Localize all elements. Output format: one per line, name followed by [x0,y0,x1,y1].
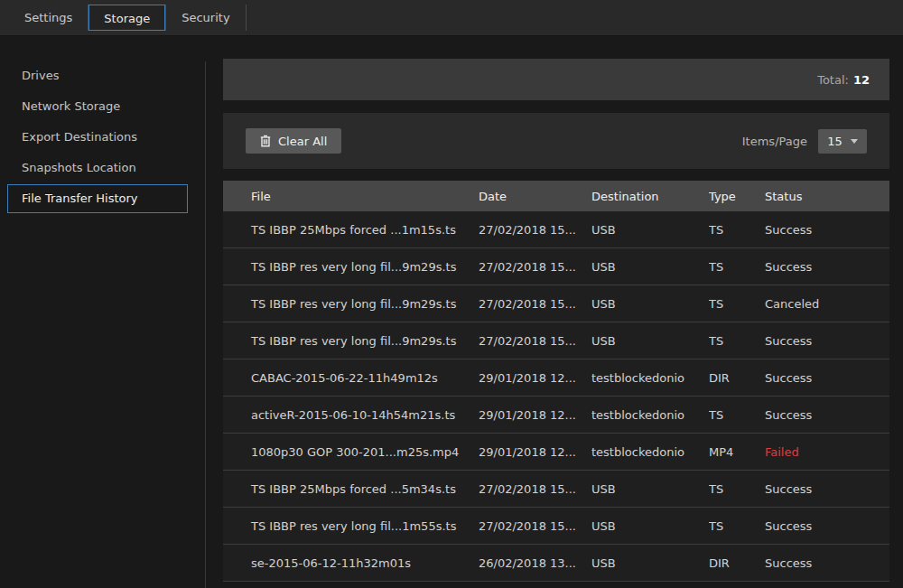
top-tab-bar: Settings Storage Security [0,0,903,36]
cell-date: 27/02/2018 15... [479,223,591,237]
table-row[interactable]: TS IBBP 25Mbps forced ...5m34s.ts 27/02/… [223,471,889,508]
column-header-date: Date [479,190,591,203]
cell-date: 26/02/2018 13... [479,556,591,570]
clear-all-button[interactable]: Clear All [246,128,341,154]
cell-file: se-2015-06-12-11h32m01s [223,556,479,570]
chevron-down-icon [851,139,858,144]
total-value: 12 [853,73,870,87]
items-per-page-dropdown[interactable]: 15 [818,129,867,154]
sidebar-item-snapshots-location[interactable]: Snapshots Location [0,153,206,183]
cell-date: 29/01/2018 12... [479,371,591,385]
cell-type: TS [709,519,765,533]
column-header-status: Status [765,190,889,203]
cell-destination: USB [591,334,709,348]
cell-type: MP4 [709,445,765,459]
table-row[interactable]: TS IBBP res very long fil...9m29s.ts 27/… [223,322,889,359]
table-row[interactable]: CABAC-2015-06-22-11h49m12s 29/01/2018 12… [223,359,889,397]
column-header-type: Type [709,190,765,203]
cell-status: Failed [765,445,889,459]
cell-status: Success [765,223,889,237]
cell-date: 29/01/2018 12... [479,445,591,459]
toolbar: Clear All Items/Page 15 [223,113,889,169]
sidebar-item-file-transfer-history[interactable]: File Transfer History [7,184,188,213]
cell-date: 27/02/2018 15... [479,260,591,274]
tab-settings[interactable]: Settings [9,5,88,31]
sidebar-divider [205,61,206,588]
table-header: File Date Destination Type Status [223,181,889,211]
items-per-page-label: Items/Page [742,135,807,148]
cell-type: DIR [709,371,765,385]
cell-destination: testblockedonio [591,408,709,422]
cell-destination: USB [591,260,709,274]
cell-destination: USB [591,556,709,570]
table-row[interactable]: 1080p30 GOP 300-201...m25s.mp4 29/01/201… [223,434,889,471]
table-row[interactable]: TS IBBP 25Mbps forced ...1m15s.ts 27/02/… [223,211,889,248]
cell-type: TS [709,223,765,237]
tab-security[interactable]: Security [166,5,245,31]
cell-file: TS IBBP res very long fil...9m29s.ts [223,260,479,274]
cell-destination: USB [591,482,709,496]
cell-file: 1080p30 GOP 300-201...m25s.mp4 [223,445,479,459]
table-body: TS IBBP 25Mbps forced ...1m15s.ts 27/02/… [223,211,889,582]
cell-type: TS [709,297,765,311]
clear-all-label: Clear All [278,135,327,148]
table-row[interactable]: TS IBBP res very long fil...9m29s.ts 27/… [223,285,889,322]
cell-file: TS IBBP 25Mbps forced ...1m15s.ts [223,223,479,237]
tab-separator [246,5,247,31]
cell-status: Success [765,556,889,570]
cell-type: TS [709,482,765,496]
cell-date: 29/01/2018 12... [479,408,591,422]
cell-status: Success [765,519,889,533]
cell-status: Success [765,260,889,274]
cell-status: Success [765,482,889,496]
sidebar: Drives Network Storage Export Destinatio… [0,37,206,588]
table-row[interactable]: activeR-2015-06-10-14h54m21s.ts 29/01/20… [223,397,889,434]
cell-date: 27/02/2018 15... [479,519,591,533]
cell-status: Canceled [765,297,889,311]
cell-date: 27/02/2018 15... [479,482,591,496]
cell-file: TS IBBP res very long fil...9m29s.ts [223,334,479,348]
cell-status: Success [765,408,889,422]
cell-file: TS IBBP 25Mbps forced ...5m34s.ts [223,482,479,496]
trash-icon [260,135,271,147]
cell-destination: testblockedonio [591,371,709,385]
cell-file: CABAC-2015-06-22-11h49m12s [223,371,479,385]
total-label: Total: [817,73,849,87]
table-row[interactable]: TS IBBP res very long fil...1m55s.ts 27/… [223,508,889,545]
cell-destination: USB [591,519,709,533]
total-bar: Total: 12 [223,59,889,100]
cell-type: TS [709,334,765,348]
sidebar-item-drives[interactable]: Drives [0,61,206,91]
cell-destination: USB [591,223,709,237]
cell-status: Success [765,371,889,385]
table-row[interactable]: TS IBBP res very long fil...9m29s.ts 27/… [223,248,889,285]
sidebar-item-export-destinations[interactable]: Export Destinations [0,122,206,153]
cell-type: TS [709,408,765,422]
tab-storage[interactable]: Storage [88,5,165,31]
cell-status: Success [765,334,889,348]
column-header-destination: Destination [591,190,709,203]
column-header-file: File [223,190,479,203]
cell-type: DIR [709,556,765,570]
file-transfer-table: File Date Destination Type Status TS IBB… [223,181,889,582]
pagination-controls: Items/Page 15 [742,129,867,154]
items-per-page-value: 15 [827,135,842,148]
main-panel: Total: 12 Clear All Items/Page 15 [223,37,889,588]
cell-date: 27/02/2018 15... [479,297,591,311]
sidebar-item-network-storage[interactable]: Network Storage [0,91,206,122]
cell-file: TS IBBP res very long fil...1m55s.ts [223,519,479,533]
sidebar-list: Drives Network Storage Export Destinatio… [0,37,206,213]
cell-file: TS IBBP res very long fil...9m29s.ts [223,297,479,311]
cell-file: activeR-2015-06-10-14h54m21s.ts [223,408,479,422]
cell-destination: testblockedonio [591,445,709,459]
cell-date: 27/02/2018 15... [479,334,591,348]
table-row[interactable]: se-2015-06-12-11h32m01s 26/02/2018 13...… [223,545,889,582]
cell-destination: USB [591,297,709,311]
cell-type: TS [709,260,765,274]
